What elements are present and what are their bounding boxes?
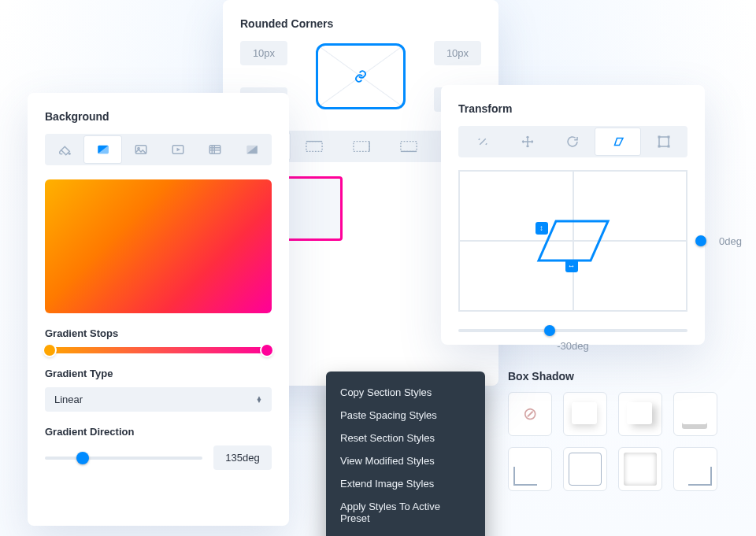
rounded-corners-title: Rounded Corners bbox=[240, 17, 481, 30]
skew-x-handle[interactable]: ↔ bbox=[565, 260, 578, 272]
gradient-type-value: Linear bbox=[54, 394, 83, 405]
tx-tab-rotate[interactable] bbox=[550, 128, 595, 156]
svg-rect-14 bbox=[667, 136, 669, 139]
gradient-icon bbox=[96, 142, 110, 157]
shadow-preset-corner-br[interactable] bbox=[673, 447, 717, 491]
video-icon bbox=[171, 142, 185, 157]
border-right-icon bbox=[353, 140, 370, 153]
tx-tab-skew[interactable] bbox=[595, 128, 641, 156]
box-shadow-title: Box Shadow bbox=[508, 370, 736, 383]
bg-tab-image[interactable] bbox=[122, 135, 159, 164]
menu-reset-section-styles[interactable]: Reset Section Styles bbox=[326, 427, 485, 449]
move-icon bbox=[521, 135, 535, 149]
tx-tab-translate[interactable] bbox=[505, 128, 550, 156]
styles-context-menu: Copy Section Styles Paste Spacing Styles… bbox=[326, 372, 485, 536]
shadow-preset-soft[interactable] bbox=[563, 392, 607, 436]
menu-paste-spacing-styles[interactable]: Paste Spacing Styles bbox=[326, 404, 485, 427]
svg-rect-12 bbox=[659, 137, 669, 146]
menu-edit-preset-style[interactable]: Edit Preset Style bbox=[326, 530, 485, 536]
background-title: Background bbox=[45, 110, 272, 123]
menu-apply-to-active-preset[interactable]: Apply Styles To Active Preset bbox=[326, 495, 485, 530]
bg-tab-color[interactable] bbox=[46, 135, 83, 164]
gradient-direction-label: Gradient Direction bbox=[45, 426, 272, 438]
background-panel: Background Gradient Stops Gradient Type … bbox=[28, 93, 289, 526]
gradient-type-label: Gradient Type bbox=[45, 368, 272, 379]
menu-view-modified-styles[interactable]: View Modified Styles bbox=[326, 449, 485, 472]
skew-icon bbox=[611, 135, 625, 149]
bg-tab-gradient[interactable] bbox=[83, 135, 122, 164]
none-icon: ⊘ bbox=[523, 404, 537, 424]
gradient-stop-start[interactable] bbox=[44, 345, 55, 356]
shadow-preset-inset[interactable] bbox=[618, 447, 662, 491]
corner-tr-input[interactable]: 10px bbox=[434, 41, 481, 65]
skew-x-knob[interactable] bbox=[544, 325, 555, 336]
border-bottom-icon bbox=[400, 140, 417, 153]
skew-y-handle[interactable]: ↕ bbox=[536, 222, 548, 235]
rotate-icon bbox=[565, 135, 580, 149]
chevron-updown-icon: ▲▼ bbox=[256, 397, 262, 403]
skew-y-knob[interactable] bbox=[695, 235, 706, 246]
gradient-stops-track[interactable] bbox=[45, 347, 272, 353]
shadow-preset-outline[interactable] bbox=[563, 447, 607, 491]
shadow-preset-corner-bl[interactable] bbox=[508, 447, 552, 491]
svg-rect-8 bbox=[306, 142, 322, 152]
skew-canvas[interactable]: ↕ ↔ 0deg bbox=[458, 170, 687, 312]
menu-copy-section-styles[interactable]: Copy Section Styles bbox=[326, 381, 485, 404]
border-bottom[interactable] bbox=[385, 132, 432, 161]
link-icon[interactable] bbox=[354, 69, 368, 83]
corner-tl-input[interactable]: 10px bbox=[240, 41, 287, 65]
skew-x-value: -30deg bbox=[458, 340, 687, 352]
box-shadow-group: Box Shadow ⊘ bbox=[508, 370, 736, 491]
bg-tab-pattern[interactable] bbox=[196, 135, 233, 164]
origin-icon bbox=[657, 135, 671, 149]
paint-bucket-icon bbox=[58, 142, 72, 157]
transform-title: Transform bbox=[458, 102, 687, 115]
tx-tab-scale[interactable] bbox=[460, 128, 505, 156]
gradient-stops-label: Gradient Stops bbox=[45, 327, 272, 339]
gradient-direction-value[interactable]: 135deg bbox=[213, 445, 272, 470]
direction-knob[interactable] bbox=[76, 452, 89, 464]
border-top[interactable] bbox=[291, 132, 338, 161]
gradient-stop-end[interactable] bbox=[261, 345, 272, 356]
skew-x-slider[interactable] bbox=[458, 329, 687, 332]
corner-preview bbox=[316, 43, 406, 109]
svg-point-0 bbox=[68, 153, 70, 155]
svg-rect-15 bbox=[658, 146, 660, 148]
shadow-preset-hard[interactable] bbox=[673, 392, 717, 436]
scale-icon bbox=[476, 135, 490, 149]
tx-tab-origin[interactable] bbox=[641, 128, 686, 156]
border-right[interactable] bbox=[338, 132, 385, 161]
svg-rect-10 bbox=[401, 142, 417, 152]
shadow-preset-right[interactable] bbox=[618, 392, 662, 436]
bg-tab-video[interactable] bbox=[159, 135, 196, 164]
shadow-none[interactable]: ⊘ bbox=[508, 392, 552, 436]
transform-panel: Transform ↕ ↔ 0deg -30deg bbox=[441, 85, 705, 345]
transform-tabs bbox=[458, 126, 687, 157]
background-type-tabs bbox=[45, 134, 272, 165]
gradient-swatch[interactable] bbox=[45, 179, 272, 313]
menu-extend-image-styles[interactable]: Extend Image Styles bbox=[326, 472, 485, 495]
svg-rect-16 bbox=[667, 146, 669, 148]
pattern-icon bbox=[208, 142, 222, 157]
gradient-type-select[interactable]: Linear ▲▼ bbox=[45, 387, 272, 412]
mask-icon bbox=[245, 142, 259, 157]
svg-rect-9 bbox=[354, 142, 369, 152]
image-icon bbox=[134, 142, 148, 157]
skew-y-value: 0deg bbox=[719, 235, 742, 247]
svg-rect-13 bbox=[658, 136, 660, 139]
bg-tab-mask[interactable] bbox=[233, 135, 270, 164]
border-top-icon bbox=[306, 140, 323, 153]
gradient-direction-slider[interactable] bbox=[45, 457, 202, 460]
